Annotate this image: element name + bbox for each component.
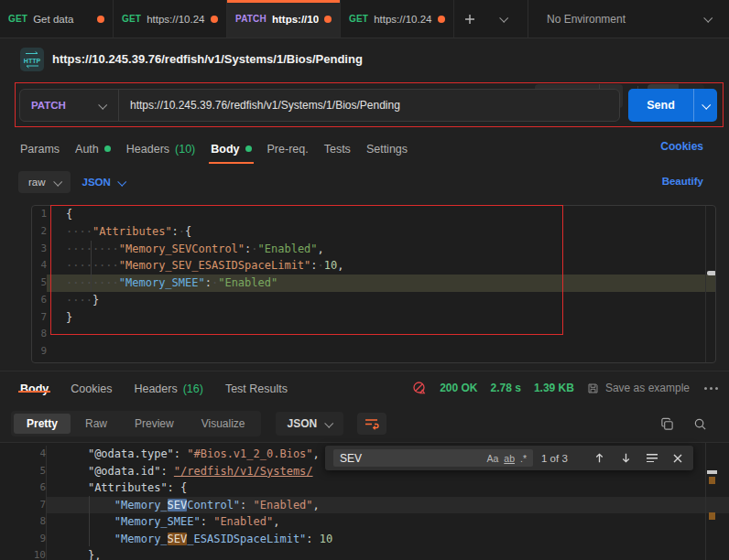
code-text: ····"Attributes":·{ bbox=[47, 223, 715, 241]
postman-app: GET Get data GET https://10.245 PATCH ht… bbox=[0, 0, 729, 560]
request-tab-1[interactable]: GET Get data bbox=[0, 0, 114, 38]
line-number: 5 bbox=[32, 275, 47, 292]
response-tab-test-results[interactable]: Test Results bbox=[225, 382, 288, 395]
response-time[interactable]: 2.78 s bbox=[491, 382, 521, 394]
tab-label: Headers bbox=[134, 382, 177, 395]
view-pretty[interactable]: Pretty bbox=[14, 414, 71, 434]
code-line-8[interactable]: 8 bbox=[32, 326, 715, 343]
cookies-link[interactable]: Cookies bbox=[660, 140, 703, 153]
code-line-10[interactable]: 10 }, bbox=[0, 547, 729, 560]
line-number: 9 bbox=[32, 343, 47, 361]
tab-label: Settings bbox=[366, 143, 408, 156]
wrap-text-icon bbox=[364, 417, 379, 430]
environment-label: No Environment bbox=[547, 13, 626, 26]
line-number: 1 bbox=[32, 206, 47, 223]
send-options-button[interactable] bbox=[694, 89, 717, 122]
code-line-8[interactable]: 8 "Memory_SMEE": "Enabled", bbox=[0, 513, 729, 531]
new-tab-button[interactable] bbox=[454, 0, 485, 38]
scrollbar-thumb[interactable] bbox=[707, 470, 717, 474]
method-badge: GET bbox=[122, 14, 141, 24]
code-text bbox=[47, 326, 715, 343]
request-tab-4[interactable]: GET https://10.245 bbox=[341, 0, 454, 38]
response-tab-cookies[interactable]: Cookies bbox=[71, 382, 112, 395]
tab-options-button[interactable] bbox=[485, 0, 520, 38]
more-options-icon[interactable] bbox=[704, 387, 718, 390]
method-badge: GET bbox=[8, 14, 27, 24]
find-next-icon[interactable] bbox=[620, 452, 632, 464]
beautify-link[interactable]: Beautify bbox=[662, 176, 703, 187]
match-case-icon[interactable]: Aa bbox=[486, 453, 498, 464]
request-tab-2[interactable]: GET https://10.245 bbox=[114, 0, 227, 38]
code-line-2[interactable]: 2····"Attributes":·{ bbox=[32, 223, 715, 241]
response-meta: 200 OK 2.78 s 1.39 KB Save as example bbox=[412, 371, 718, 405]
line-number: 7 bbox=[0, 497, 47, 514]
request-code-lines: 1{2····"Attributes":·{3········"Memory_S… bbox=[32, 206, 715, 361]
view-preview[interactable]: Preview bbox=[122, 414, 187, 434]
wrap-text-button[interactable] bbox=[357, 413, 386, 435]
url-input[interactable] bbox=[119, 99, 619, 112]
find-input[interactable]: SEV Aa ab .* bbox=[333, 449, 533, 467]
tab-label: https://10.245 bbox=[374, 14, 432, 25]
method-selector[interactable]: PATCH bbox=[20, 90, 119, 121]
tab-label: Auth bbox=[75, 143, 99, 156]
send-button[interactable]: Send bbox=[628, 89, 717, 122]
environment-selector[interactable]: No Environment bbox=[528, 0, 729, 38]
search-button[interactable] bbox=[693, 417, 707, 431]
code-line-6[interactable]: 6 "Attributes": { bbox=[0, 479, 729, 497]
tab-params[interactable]: Params bbox=[20, 134, 60, 164]
tab-label: https://10.245 bbox=[147, 14, 205, 25]
tab-pre-request[interactable]: Pre-req. bbox=[267, 134, 309, 164]
tab-label: Headers bbox=[126, 143, 169, 156]
line-number: 4 bbox=[0, 446, 47, 463]
code-line-5[interactable]: 5········"Memory_SMEE":·"Enabled" bbox=[32, 275, 715, 292]
code-line-1[interactable]: 1{ bbox=[32, 206, 715, 223]
regex-icon[interactable]: .* bbox=[520, 453, 527, 464]
code-line-4[interactable]: 4········"Memory_SEV_ESASIDSpaceLimit":·… bbox=[32, 257, 715, 275]
code-line-9[interactable]: 9 bbox=[32, 343, 715, 361]
headers-count: (16) bbox=[183, 382, 203, 395]
code-line-7[interactable]: 7 "Memory_SEVControl": "Enabled", bbox=[0, 497, 729, 514]
close-icon[interactable] bbox=[672, 453, 683, 464]
code-line-9[interactable]: 9 "Memory_SEV_ESASIDSpaceLimit": 10 bbox=[0, 531, 729, 548]
response-tab-body[interactable]: Body bbox=[20, 382, 49, 395]
auth-status-dot-icon bbox=[104, 145, 111, 152]
code-text: }, bbox=[47, 547, 729, 560]
code-line-6[interactable]: 6····} bbox=[32, 292, 715, 309]
url-bar: PATCH bbox=[19, 89, 620, 122]
code-text: } bbox=[47, 309, 715, 327]
code-line-3[interactable]: 3········"Memory_SEVControl":·"Enabled", bbox=[32, 241, 715, 258]
tab-tests[interactable]: Tests bbox=[324, 134, 351, 164]
view-visualize[interactable]: Visualize bbox=[189, 414, 258, 434]
copy-icon bbox=[660, 417, 674, 431]
request-tab-3-active[interactable]: PATCH https://10.24 bbox=[227, 0, 341, 38]
send-button-main[interactable]: Send bbox=[628, 89, 694, 122]
ssl-off-icon[interactable] bbox=[412, 381, 427, 395]
request-body-editor[interactable]: 1{2····"Attributes":·{3········"Memory_S… bbox=[31, 205, 716, 363]
response-tab-headers[interactable]: Headers(16) bbox=[134, 382, 202, 395]
whole-word-icon[interactable]: ab bbox=[504, 453, 515, 464]
find-results-count: 1 of 3 bbox=[541, 453, 593, 464]
tab-headers[interactable]: Headers(10) bbox=[126, 134, 195, 164]
copy-button[interactable] bbox=[660, 417, 674, 431]
tab-settings[interactable]: Settings bbox=[366, 134, 408, 164]
save-as-example-button[interactable]: Save as example bbox=[587, 382, 690, 394]
find-prev-icon[interactable] bbox=[593, 452, 605, 464]
line-number: 4 bbox=[32, 257, 47, 275]
code-line-7[interactable]: 7} bbox=[32, 309, 715, 327]
response-language-selector[interactable]: JSON bbox=[276, 412, 344, 436]
scrollbar-thumb[interactable] bbox=[707, 271, 716, 275]
code-text: ········"Memory_SMEE":·"Enabled" bbox=[47, 275, 715, 292]
request-tabs: Params Auth Headers(10) Body Pre-req. Te… bbox=[0, 134, 729, 164]
tab-label: Cookies bbox=[71, 382, 112, 395]
find-widget: SEV Aa ab .* 1 of 3 bbox=[325, 446, 693, 470]
scrollbar-track bbox=[705, 443, 706, 560]
view-raw[interactable]: Raw bbox=[72, 414, 120, 434]
response-size[interactable]: 1.39 KB bbox=[534, 382, 574, 394]
body-type-selector[interactable]: raw bbox=[18, 171, 71, 193]
language-selector[interactable]: JSON bbox=[82, 177, 125, 188]
tab-body[interactable]: Body bbox=[211, 134, 251, 164]
find-in-selection-icon[interactable] bbox=[647, 454, 658, 462]
chevron-down-icon bbox=[324, 418, 333, 427]
tab-auth[interactable]: Auth bbox=[75, 134, 111, 164]
status-code[interactable]: 200 OK bbox=[440, 382, 477, 394]
